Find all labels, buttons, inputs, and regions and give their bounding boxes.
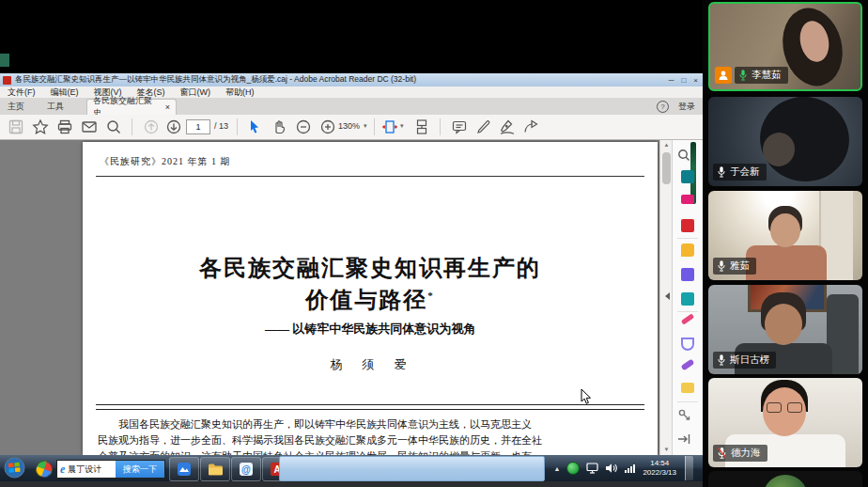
- system-tray: ▲ 14:54 2022/3/13: [553, 455, 693, 481]
- menu-help[interactable]: 帮助(H): [218, 86, 262, 99]
- chevron-down-icon[interactable]: ▾: [400, 122, 404, 130]
- save-icon[interactable]: [8, 118, 24, 135]
- network-signal-icon[interactable]: [624, 463, 636, 474]
- microphone-muted-icon: [717, 447, 727, 460]
- tray-antivirus-icon[interactable]: [566, 462, 580, 475]
- share-arrow-icon[interactable]: [522, 118, 539, 135]
- search-box-text[interactable]: 晨丁设计: [68, 463, 101, 476]
- person-icon: [718, 70, 729, 81]
- taskbar-app-cloud[interactable]: [169, 457, 199, 481]
- fit-width-icon[interactable]: [381, 118, 398, 135]
- participant-name-row: 于会新: [713, 164, 767, 181]
- show-desktop-button[interactable]: [685, 456, 693, 480]
- taskbar-app-explorer[interactable]: [200, 457, 230, 481]
- email-icon[interactable]: [81, 118, 98, 135]
- taskbar-search-box[interactable]: e 晨丁设计 搜索一下: [56, 460, 165, 479]
- tab-close-icon[interactable]: ×: [165, 102, 170, 112]
- more-tools-icon[interactable]: [676, 407, 691, 422]
- taskbar: e 晨丁设计 搜索一下 @ A ▲: [0, 455, 703, 481]
- security-suite-icon[interactable]: [33, 458, 54, 479]
- fill-sign-icon[interactable]: [681, 359, 695, 371]
- article-subtitle: —— 以铸牢中华民族共同体意识为视角: [83, 321, 658, 338]
- comment-icon[interactable]: [451, 118, 468, 135]
- video-tile-participant-5[interactable]: 德力海: [708, 378, 862, 467]
- participant-avatar: [763, 475, 808, 487]
- body-text-line: 我国各民族交融汇聚史知识的再生产，即以铸牢中华民族共同体意识为主线，以马克思主义: [98, 416, 663, 432]
- search-go-button[interactable]: 搜索一下: [116, 461, 164, 478]
- menu-edit[interactable]: 编辑(E): [43, 86, 86, 99]
- start-button[interactable]: [4, 457, 25, 479]
- zoom-out-icon[interactable]: [295, 118, 312, 135]
- video-tile-participant-4[interactable]: 斯日古楞: [708, 285, 862, 374]
- search-tools-icon[interactable]: [676, 148, 691, 163]
- panel-separator: [677, 401, 698, 402]
- tab-home[interactable]: 主页: [0, 98, 32, 115]
- taskbar-app-mail[interactable]: @: [231, 457, 261, 481]
- export-pdf-icon[interactable]: [681, 170, 694, 183]
- participant-name: 李慧茹: [752, 69, 782, 82]
- microphone-on-icon: [717, 353, 726, 367]
- video-tile-participant-3[interactable]: 雅茹: [708, 191, 862, 280]
- taskbar-active-window[interactable]: [279, 456, 545, 481]
- zoom-level-value: 130%: [338, 119, 360, 133]
- video-tile-participant-1[interactable]: 李慧茹: [708, 2, 862, 91]
- edit-pdf-icon[interactable]: [681, 195, 694, 204]
- favorites-star-icon[interactable]: [32, 118, 49, 135]
- menu-file[interactable]: 文件(F): [0, 86, 43, 99]
- close-button[interactable]: ×: [693, 76, 698, 85]
- zoom-in-icon[interactable]: [319, 118, 336, 135]
- minimized-window-chip[interactable]: [0, 54, 9, 67]
- tab-document[interactable]: 各民族交融汇聚史.. ×: [86, 99, 177, 115]
- tray-pc-icon[interactable]: [586, 463, 598, 474]
- header-rule: [96, 176, 644, 177]
- next-page-icon[interactable]: [165, 118, 182, 135]
- hand-tool-icon[interactable]: [271, 118, 287, 135]
- microphone-on-icon: [717, 259, 726, 273]
- clock-date: 2022/3/13: [643, 468, 676, 477]
- highlight-tool-icon[interactable]: [681, 313, 694, 324]
- create-pdf-icon[interactable]: [681, 219, 694, 232]
- menu-window[interactable]: 窗口(W): [173, 86, 219, 99]
- page-scrolling-icon[interactable]: [413, 118, 430, 135]
- scrollbar-thumb[interactable]: [662, 152, 671, 184]
- tray-clock[interactable]: 14:54 2022/3/13: [643, 459, 676, 478]
- previous-page-icon[interactable]: [143, 118, 160, 135]
- comment-tool-icon[interactable]: [681, 244, 694, 257]
- volume-icon[interactable]: [605, 463, 617, 474]
- clock-time: 14:54: [650, 459, 669, 467]
- print-icon[interactable]: [56, 118, 73, 135]
- tray-chevron-icon[interactable]: ▲: [553, 465, 560, 472]
- expand-panel-icon[interactable]: [676, 432, 691, 447]
- abstract-double-rule: [96, 404, 644, 410]
- video-tile-participant-6[interactable]: [708, 471, 862, 487]
- acrobat-app-icon: [3, 76, 11, 85]
- host-avatar-badge: [715, 67, 732, 84]
- protect-shield-icon[interactable]: [681, 338, 694, 351]
- participant-name-row: 李慧茹: [715, 67, 788, 84]
- combine-files-icon[interactable]: [681, 268, 694, 281]
- highlight-pen-icon[interactable]: [475, 118, 492, 135]
- search-icon[interactable]: [105, 118, 122, 135]
- acrobat-titlebar[interactable]: 各民族交融汇聚史知识再生产—以铸牢中华民族共同体意识为视角_杨须爱.caj - …: [0, 73, 703, 86]
- tab-tools[interactable]: 工具: [39, 98, 71, 115]
- help-icon[interactable]: ?: [657, 101, 669, 113]
- video-tile-participant-2[interactable]: 于会新: [708, 97, 862, 186]
- screen: 各民族交融汇聚史知识再生产—以铸牢中华民族共同体意识为视角_杨须爱.caj - …: [0, 0, 868, 487]
- microphone-on-icon: [738, 69, 748, 82]
- sign-pen-icon[interactable]: [499, 118, 516, 135]
- maximize-button[interactable]: □: [681, 76, 686, 85]
- acrobat-window: 各民族交融汇聚史知识再生产—以铸牢中华民族共同体意识为视角_杨须爱.caj - …: [0, 73, 703, 455]
- stamp-icon[interactable]: [681, 383, 694, 393]
- page-number-input[interactable]: 1: [186, 119, 210, 134]
- desktop-area: 各民族交融汇聚史知识再生产—以铸牢中华民族共同体意识为视角_杨须爱.caj - …: [0, 0, 703, 487]
- collapse-panel-icon[interactable]: [665, 292, 670, 300]
- zoom-level-dropdown[interactable]: 130% ▾: [338, 119, 367, 133]
- organize-pages-icon[interactable]: [681, 292, 694, 306]
- at-sign-icon: @: [239, 462, 254, 477]
- sign-in-link[interactable]: 登录: [678, 101, 695, 113]
- browser-e-icon: e: [60, 463, 65, 477]
- minimize-button[interactable]: ─: [669, 76, 674, 85]
- participant-name-row: 德力海: [713, 445, 767, 462]
- article-title-line2: 价值与路径*: [83, 285, 658, 315]
- select-tool-icon[interactable]: [246, 118, 263, 135]
